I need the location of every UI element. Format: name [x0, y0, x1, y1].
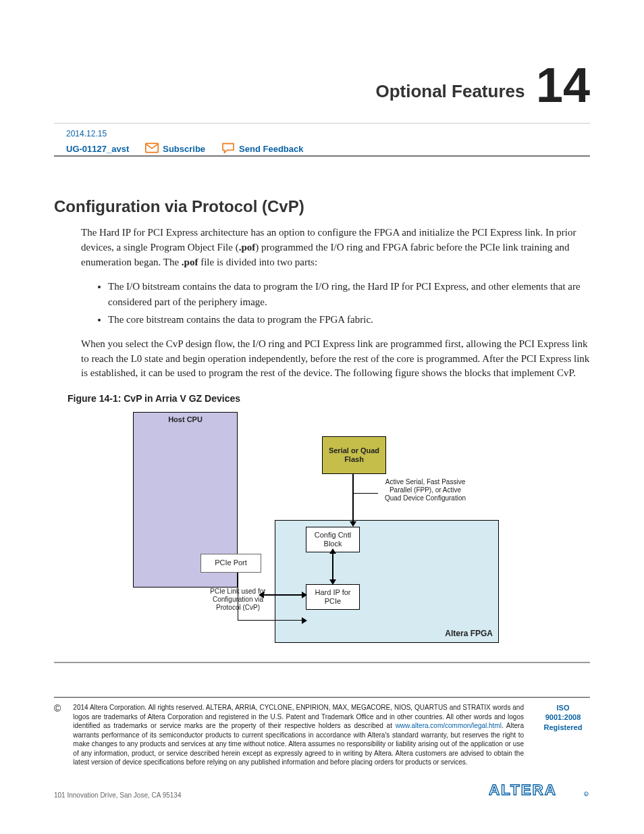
paragraph-2: When you select the CvP design flow, the…	[81, 337, 590, 381]
legal-link[interactable]: www.altera.com/common/legal.html	[396, 722, 502, 729]
connector-v	[238, 573, 238, 620]
feedback-link[interactable]: Send Feedback	[221, 142, 303, 155]
paragraph-intro: The Hard IP for PCI Express architecture…	[81, 226, 590, 269]
hardip-block: Hard IP for PCIe	[306, 584, 360, 610]
comment-icon	[221, 142, 235, 155]
note-active-serial: Active Serial, Fast Passive Parallel (FP…	[381, 478, 469, 502]
divider-dark	[54, 155, 590, 157]
cvp-diagram: Host CPU PCIe Port Serial or Quad Flash …	[133, 412, 511, 655]
iso-badge[interactable]: ISO 9001:2008 Registered	[536, 703, 590, 732]
subscribe-link[interactable]: Subscribe	[145, 142, 205, 155]
feedback-label: Send Feedback	[239, 144, 303, 154]
chapter-header: Optional Features 14	[54, 61, 590, 109]
mail-icon	[145, 142, 159, 155]
subscribe-label: Subscribe	[163, 144, 205, 154]
footer: © 2014 Altera Corporation. All rights re…	[54, 703, 590, 767]
doc-id[interactable]: UG-01127_avst	[66, 144, 129, 154]
section-end-divider	[54, 662, 590, 663]
figure-caption: Figure 14-1: CvP in Arria V GZ Devices	[68, 393, 590, 404]
pcie-port-block: PCIe Port	[200, 554, 261, 573]
divider	[54, 123, 590, 124]
doc-date: 2014.12.15	[66, 129, 590, 138]
connector-note	[354, 493, 378, 494]
flash-block: Serial or Quad Flash	[322, 436, 386, 474]
bullet-item: The I/O bitstream contains the data to p…	[108, 279, 590, 309]
copyright-icon: ©	[54, 703, 61, 714]
arrow-config-hardip	[332, 552, 333, 581]
bullet-item: The core bitstream contains the data to …	[108, 312, 590, 328]
arrow-port-hardip-top	[263, 594, 303, 596]
connector-h	[238, 620, 303, 621]
chapter-title: Optional Features	[375, 81, 525, 102]
section-title: Configuration via Protocol (CvP)	[54, 197, 590, 216]
svg-text:R: R	[585, 793, 588, 796]
svg-text:ALTERA: ALTERA	[489, 781, 557, 798]
meta-row: 2014.12.15 UG-01127_avst Subscribe Send …	[54, 129, 590, 155]
footer-divider	[54, 697, 590, 698]
arrow-flash-to-config	[352, 474, 354, 523]
fpga-label: Altera FPGA	[445, 629, 493, 638]
bullet-list: The I/O bitstream contains the data to p…	[95, 279, 590, 328]
legal-text: 2014 Altera Corporation. All rights rese…	[73, 703, 524, 767]
chapter-number: 14	[536, 61, 590, 109]
